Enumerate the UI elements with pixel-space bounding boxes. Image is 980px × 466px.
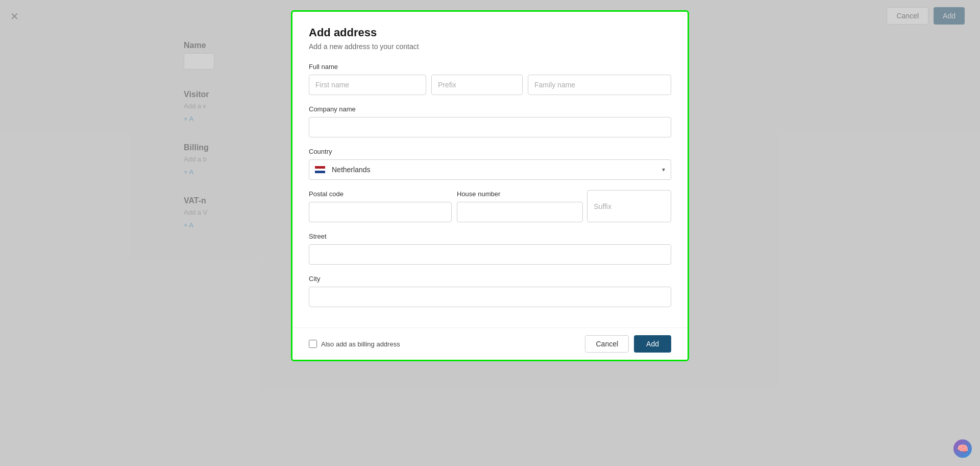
city-input[interactable] xyxy=(309,287,671,307)
postal-house-field-group: Postal code House number xyxy=(309,190,671,222)
postal-code-input[interactable] xyxy=(309,202,452,222)
brain-icon[interactable]: 🧠 xyxy=(953,439,972,458)
name-row xyxy=(309,75,671,95)
house-col: House number xyxy=(457,190,671,222)
country-select[interactable]: Netherlands Belgium Germany France Unite… xyxy=(309,159,671,180)
billing-checkbox[interactable] xyxy=(309,340,317,348)
modal-title: Add address xyxy=(309,26,671,39)
country-label: Country xyxy=(309,148,671,155)
street-field-group: Street xyxy=(309,232,671,265)
family-name-input[interactable] xyxy=(528,75,671,95)
city-label: City xyxy=(309,275,671,283)
prefix-input[interactable] xyxy=(431,75,523,95)
house-number-col: House number xyxy=(457,190,583,222)
house-number-label: House number xyxy=(457,190,583,198)
modal-scroll-area[interactable]: Add address Add a new address to your co… xyxy=(292,12,688,328)
modal-subtitle: Add a new address to your contact xyxy=(309,42,671,51)
billing-checkbox-label[interactable]: Also add as billing address xyxy=(309,340,400,348)
modal-overlay: Add address Add a new address to your co… xyxy=(0,0,980,466)
footer-buttons: Cancel Add xyxy=(585,335,671,353)
city-field-group: City xyxy=(309,275,671,307)
modal-footer: Also add as billing address Cancel Add xyxy=(292,328,688,360)
suffix-col xyxy=(587,190,671,222)
add-address-modal: Add address Add a new address to your co… xyxy=(291,10,689,361)
country-select-wrapper: Netherlands Belgium Germany France Unite… xyxy=(309,159,671,180)
street-input[interactable] xyxy=(309,244,671,265)
company-name-label: Company name xyxy=(309,105,671,113)
company-name-input[interactable] xyxy=(309,117,671,137)
billing-checkbox-text: Also add as billing address xyxy=(321,340,400,348)
postal-house-row: Postal code House number xyxy=(309,190,671,222)
street-label: Street xyxy=(309,232,671,240)
house-number-input[interactable] xyxy=(457,202,583,222)
full-name-label: Full name xyxy=(309,63,671,71)
full-name-field-group: Full name xyxy=(309,63,671,95)
cancel-button[interactable]: Cancel xyxy=(585,335,629,353)
add-button[interactable]: Add xyxy=(634,335,671,353)
country-field-group: Country Netherlands Belgium Germany Fran… xyxy=(309,148,671,180)
suffix-input[interactable] xyxy=(587,190,671,222)
postal-col: Postal code xyxy=(309,190,452,222)
postal-code-label: Postal code xyxy=(309,190,452,198)
company-name-field-group: Company name xyxy=(309,105,671,137)
first-name-input[interactable] xyxy=(309,75,426,95)
